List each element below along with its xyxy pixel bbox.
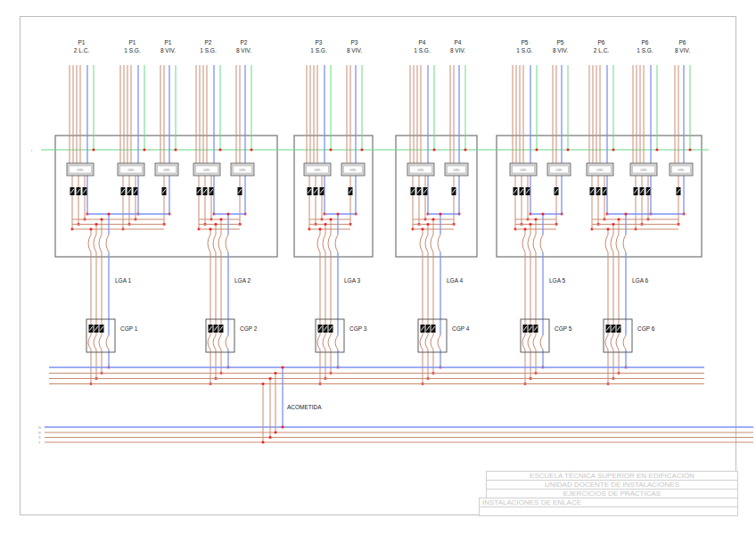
fuse-icon [328, 335, 331, 350]
feeder-panel-label: P4 [419, 39, 426, 45]
junction-dot [269, 436, 272, 439]
junction-dot [618, 218, 620, 221]
junction-dot [101, 218, 103, 221]
feeder-panel-label: P4 [455, 39, 462, 45]
cgp-label: CGP 2 [240, 325, 258, 332]
junction-dot [251, 149, 253, 152]
schematic-diagram: tP12 L.C.kWhP11 S.G.kWhP18 VIV.kWhP21 S.… [0, 0, 756, 535]
cgp-label: CGP 1 [120, 325, 138, 332]
feeder-load-label: 1 S.G. [310, 47, 327, 54]
lga-label: LGA 6 [632, 277, 648, 284]
junction-dot [330, 218, 333, 221]
junction-dot [175, 149, 177, 152]
junction-dot [210, 228, 212, 231]
fuse-icon [208, 335, 210, 350]
lga-label: LGA 5 [549, 277, 565, 284]
junction-dot [567, 149, 570, 152]
feeder-load-label: 8 VIV. [160, 47, 176, 54]
feeder-load-label: 2 L.C. [594, 47, 610, 54]
title-row-text: UNIDAD DOCENTE DE INSTALACIONES [545, 481, 679, 489]
junction-dot [227, 213, 230, 216]
junction-dot [524, 228, 527, 231]
feeder-panel-label: P3 [351, 39, 358, 45]
fuse-icon [94, 235, 96, 252]
fuse-icon [218, 335, 221, 350]
lga-label: LGA 2 [234, 277, 251, 284]
junction-dot [220, 218, 223, 221]
fuse-icon [88, 335, 91, 350]
feeder-panel-label: P2 [205, 39, 212, 45]
kwh-meter-label: kWh [128, 169, 135, 172]
lga-label: LGA 4 [447, 277, 463, 284]
junction-dot [612, 149, 615, 152]
feeder-load-label: 8 VIV. [450, 47, 465, 54]
fuse-icon [522, 335, 525, 350]
fuse-icon [431, 235, 433, 252]
fuse-icon [226, 335, 228, 350]
fuse-icon [540, 335, 543, 350]
fuse-icon [335, 335, 338, 350]
junction-dot [262, 441, 265, 444]
kwh-meter-label: kWh [454, 169, 460, 172]
junction-dot [325, 223, 327, 226]
feeder-panel-label: P5 [557, 39, 564, 45]
meter-cabinet-box [294, 136, 373, 257]
fuse-icon [99, 235, 102, 252]
fuse-icon [88, 235, 91, 252]
title-row-text: INSTALACIONES DE ENLACE [482, 498, 581, 506]
title-row-text: ESCUELA TÉCNICA SUPERIOR EN EDIFICACIÓN [530, 472, 694, 480]
ground-bus-label: t [31, 148, 33, 152]
junction-dot [219, 149, 222, 152]
bus-phase-label: T [38, 440, 41, 445]
drawing-canvas: tP12 L.C.kWhP11 S.G.kWhP18 VIV.kWhP21 S.… [0, 0, 756, 535]
junction-dot [282, 426, 284, 429]
cgp-label: CGP 6 [637, 325, 655, 332]
feeder-panel-label: P1 [165, 39, 172, 45]
feeder-panel-label: P2 [241, 39, 248, 45]
junction-dot [275, 432, 277, 434]
fuse-icon [208, 235, 210, 252]
feeder-load-label: 1 S.G. [200, 47, 217, 54]
acometida-label: ACOMETIDA [287, 404, 322, 410]
fuse-icon [106, 335, 109, 350]
fuse-icon [335, 235, 338, 252]
feeder-load-label: 1 S.G. [516, 47, 533, 54]
feeder-load-label: 1 S.G. [414, 47, 431, 54]
kwh-meter-label: kWh [204, 169, 210, 172]
junction-dot [422, 228, 424, 231]
fuse-icon [611, 335, 613, 350]
lga-label: LGA 1 [115, 277, 131, 284]
fuse-icon [213, 335, 216, 350]
junction-dot [689, 149, 692, 152]
fuse-icon [317, 335, 320, 350]
kwh-meter-label: kWh [164, 169, 170, 172]
fuse-icon [218, 235, 221, 252]
fuse-icon [420, 235, 423, 252]
feeder-panel-label: P6 [642, 39, 649, 45]
bus-phase-label: S [38, 435, 41, 440]
kwh-meter-label: kWh [315, 169, 321, 172]
kwh-meter-label: kWh [597, 169, 604, 172]
kwh-meter-label: kWh [556, 169, 563, 172]
fuse-icon [528, 335, 530, 350]
junction-dot [215, 223, 218, 226]
fuse-icon [328, 235, 331, 252]
fuse-icon [323, 335, 325, 350]
cgp-label: CGP 3 [349, 325, 367, 332]
kwh-meter-label: kWh [418, 169, 424, 172]
fuse-icon [616, 335, 619, 350]
feeder-panel-label: P3 [316, 39, 323, 45]
junction-dot [108, 213, 111, 216]
feeder-panel-label: P5 [522, 39, 529, 45]
fuse-icon [438, 235, 440, 252]
fuse-icon [605, 235, 608, 252]
fuse-icon [420, 335, 423, 350]
junction-dot [275, 372, 277, 374]
fuse-icon [528, 235, 530, 252]
fuse-icon [605, 335, 608, 350]
feeder-load-label: 8 VIV. [553, 47, 568, 54]
junction-dot [337, 213, 340, 216]
fuse-icon [99, 335, 102, 350]
junction-dot [535, 218, 538, 221]
junction-dot [612, 223, 615, 226]
